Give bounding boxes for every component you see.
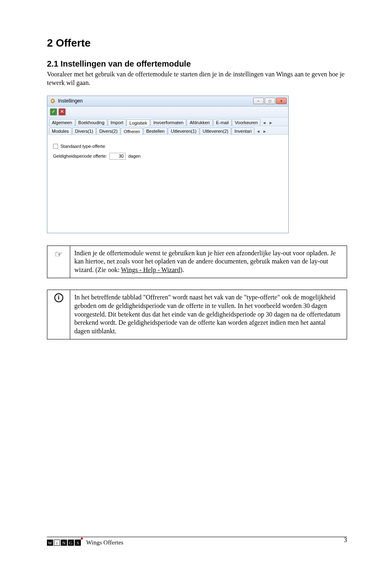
logo-letter: W xyxy=(47,540,53,546)
tab-logistiek[interactable]: Logistiek xyxy=(127,119,150,126)
logo-letter: N xyxy=(61,540,67,546)
note-hand: ☞ Indien je de offertemodule wenst te ge… xyxy=(47,245,347,278)
close-button[interactable]: × xyxy=(276,98,287,104)
tab-divers-1-[interactable]: Divers(1) xyxy=(72,127,96,134)
note-hand-text: Indien je de offertemodule wenst te gebr… xyxy=(70,246,347,278)
wizard-link[interactable]: Wings - Help - Wizard xyxy=(121,266,180,273)
section-heading: 2 Offerte xyxy=(47,37,347,49)
tab-inventari[interactable]: Inventari xyxy=(232,127,254,134)
logo-dot xyxy=(81,538,83,540)
settings-window: Instellingen − □ × ✓ ✕ AlgemeenBoekhoudi… xyxy=(47,96,289,233)
logo-letter: i xyxy=(54,540,60,546)
tab-boekhouding[interactable]: Boekhouding xyxy=(76,119,107,126)
ok-button[interactable]: ✓ xyxy=(50,108,57,116)
tab-row-2: ModulesDivers(1)Divers(2)OffrerenBestell… xyxy=(47,126,288,135)
info-icon: i xyxy=(54,293,63,302)
tab-voorkeuren[interactable]: Voorkeuren xyxy=(232,119,261,126)
tab-invoerformaten[interactable]: Invoerformaten xyxy=(150,119,186,126)
tab-algemeen[interactable]: Algemeen xyxy=(49,119,75,126)
logo-letter: G xyxy=(68,540,74,546)
gear-icon xyxy=(50,98,56,104)
page-footer: WiNGS Wings Offertes 3 xyxy=(47,537,347,546)
standaard-type-offerte-checkbox[interactable] xyxy=(53,144,58,149)
footer-title: Wings Offertes xyxy=(86,539,123,546)
tab-uitleveren-1-[interactable]: Uitleveren(1) xyxy=(168,127,199,134)
validity-input[interactable]: 30 xyxy=(109,153,126,160)
tab-import[interactable]: Import xyxy=(108,119,126,126)
checkbox-label: Standaard type-offerte xyxy=(60,144,105,149)
intro-paragraph: Vooraleer met het gebruik van de offerte… xyxy=(47,70,347,87)
maximize-button[interactable]: □ xyxy=(265,98,275,104)
tab-offreren[interactable]: Offreren xyxy=(121,128,143,135)
note-info: i In het betreffende tabblad "Offreren" … xyxy=(47,290,347,339)
subsection-heading: 2.1 Instellingen van de offertemodule xyxy=(47,59,347,69)
tab-bestellen[interactable]: Bestellen xyxy=(143,127,167,134)
page-number: 3 xyxy=(344,536,347,544)
logo-letter: S xyxy=(75,540,81,546)
wings-logo: WiNGS xyxy=(47,540,84,546)
tab-afdrukken[interactable]: Afdrukken xyxy=(187,119,213,126)
tab-scroll-right-icon[interactable]: ► xyxy=(261,128,268,134)
validity-unit: dagen xyxy=(128,154,141,158)
minimize-button[interactable]: − xyxy=(253,98,264,104)
validity-label: Geldigheidsperiode offerte: xyxy=(53,154,107,158)
toolbar: ✓ ✕ xyxy=(47,107,288,118)
tab-row-1: AlgemeenBoekhoudingImportLogistiekInvoer… xyxy=(47,118,288,126)
titlebar: Instellingen − □ × xyxy=(47,96,288,107)
note-info-text: In het betreffende tabblad "Offreren" wo… xyxy=(70,290,347,339)
cancel-button[interactable]: ✕ xyxy=(58,108,66,116)
tab-scroll-right-icon[interactable]: ► xyxy=(267,120,274,126)
tab-pane-offreren: Standaard type-offerte Geldigheidsperiod… xyxy=(47,135,288,233)
hand-icon: ☞ xyxy=(55,249,63,260)
tab-scroll-left-icon[interactable]: ◄ xyxy=(255,128,261,134)
tab-e-mail[interactable]: E-mail xyxy=(213,119,232,126)
tab-modules[interactable]: Modules xyxy=(49,127,72,134)
tab-divers-2-[interactable]: Divers(2) xyxy=(96,127,120,134)
tab-scroll-left-icon[interactable]: ◄ xyxy=(261,120,267,126)
window-title: Instellingen xyxy=(58,98,83,104)
tab-uitleveren-2-[interactable]: Uitleveren(2) xyxy=(200,127,231,134)
